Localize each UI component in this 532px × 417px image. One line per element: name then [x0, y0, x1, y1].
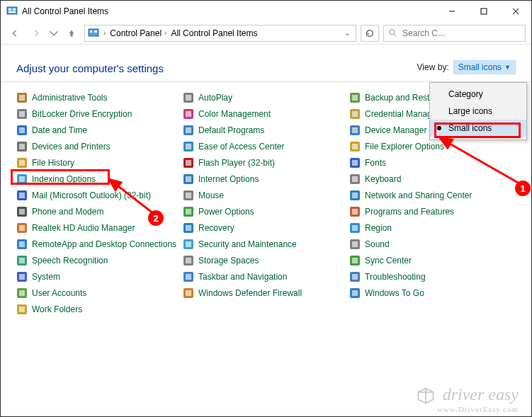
cp-item-label: Internet Options — [198, 174, 259, 184]
cp-item-label: Ease of Access Center — [198, 142, 284, 152]
maximize-button[interactable] — [468, 1, 499, 22]
cp-item-date-and-time[interactable]: Date and Time — [16, 125, 183, 136]
svg-rect-16 — [19, 111, 25, 117]
refresh-button[interactable] — [361, 25, 379, 42]
cp-item-label: AutoPlay — [198, 93, 232, 103]
cp-item-label: Work Folders — [32, 304, 82, 314]
cp-item-file-history[interactable]: File History — [16, 157, 183, 168]
svg-point-11 — [390, 29, 395, 34]
cp-item-work-folders[interactable]: Work Folders — [16, 304, 183, 315]
column-0: Administrative ToolsBitLocker Drive Encr… — [16, 92, 183, 315]
fonts-icon — [349, 157, 361, 168]
cp-item-devices-and-printers[interactable]: Devices and Printers — [16, 141, 183, 152]
cp-item-administrative-tools[interactable]: Administrative Tools — [16, 92, 183, 103]
cp-item-bitlocker-drive-encryption[interactable]: BitLocker Drive Encryption — [16, 108, 183, 120]
cp-item-windows-to-go[interactable]: Windows To Go — [349, 287, 516, 299]
cp-item-keyboard[interactable]: Keyboard — [349, 173, 516, 185]
mouse-icon — [183, 190, 194, 201]
cp-item-remoteapp-and-desktop-connections[interactable]: RemoteApp and Desktop Connections — [16, 239, 183, 250]
cp-item-taskbar-and-navigation[interactable]: Taskbar and Navigation — [183, 271, 349, 282]
cp-item-label: Troubleshooting — [365, 272, 426, 282]
svg-rect-54 — [186, 193, 191, 198]
dropdown-large-icons[interactable]: Large icons — [430, 103, 526, 120]
cp-item-security-and-maintenance[interactable]: Security and Maintenance — [183, 239, 349, 250]
cp-item-mail-microsoft-outlook-32-bit[interactable]: Mail (Microsoft Outlook) (32-bit) — [16, 190, 183, 201]
svg-rect-28 — [19, 209, 25, 215]
svg-rect-74 — [352, 144, 358, 149]
backup-icon — [349, 92, 361, 103]
svg-rect-72 — [352, 127, 358, 133]
minimize-button[interactable] — [436, 1, 468, 22]
default-icon — [183, 125, 194, 136]
cp-item-power-options[interactable]: Power Options — [183, 206, 349, 217]
cp-item-autoplay[interactable]: AutoPlay — [183, 92, 349, 103]
cp-item-internet-options[interactable]: Internet Options — [183, 173, 349, 185]
svg-rect-64 — [186, 274, 191, 280]
network-icon — [349, 190, 361, 201]
cp-item-windows-defender-firewall[interactable]: Windows Defender Firewall — [183, 287, 349, 299]
up-button[interactable] — [63, 25, 80, 42]
cp-item-default-programs[interactable]: Default Programs — [183, 125, 349, 136]
svg-rect-9 — [90, 30, 92, 33]
svg-rect-46 — [186, 127, 191, 133]
back-button[interactable] — [6, 25, 23, 42]
cp-item-phone-and-modem[interactable]: Phone and Modem — [16, 206, 183, 217]
dropdown-small-icons[interactable]: Small icons — [430, 120, 526, 137]
column-1: AutoPlayColor ManagementDefault Programs… — [183, 92, 349, 315]
cp-item-sync-center[interactable]: Sync Center — [349, 255, 516, 266]
cp-item-user-accounts[interactable]: User Accounts — [16, 287, 183, 299]
cp-item-label: Sound — [365, 239, 390, 249]
breadcrumb-all-items[interactable]: All Control Panel Items — [171, 28, 257, 38]
cp-item-speech-recognition[interactable]: Speech Recognition — [16, 255, 183, 266]
svg-rect-92 — [352, 290, 358, 296]
close-button[interactable] — [499, 1, 531, 22]
cp-item-label: Devices and Printers — [32, 142, 111, 152]
breadcrumb-control-panel[interactable]: Control Panel› — [110, 28, 168, 38]
cp-item-ease-of-access-center[interactable]: Ease of Access Center — [183, 141, 349, 152]
svg-rect-5 — [481, 8, 487, 14]
recovery-icon — [183, 222, 194, 234]
svg-rect-24 — [19, 176, 25, 182]
cp-item-indexing-options[interactable]: Indexing Options — [16, 173, 183, 185]
cp-item-label: User Accounts — [32, 288, 86, 298]
dropdown-category[interactable]: Category — [430, 86, 526, 103]
cp-item-storage-spaces[interactable]: Storage Spaces — [183, 255, 349, 266]
cp-item-recovery[interactable]: Recovery — [183, 222, 349, 234]
cp-item-mouse[interactable]: Mouse — [183, 190, 349, 201]
phone-icon — [16, 206, 28, 217]
cp-item-color-management[interactable]: Color Management — [183, 108, 349, 120]
watermark: driver easy www.DriverEasy.com — [416, 386, 519, 413]
cp-item-label: Sync Center — [365, 256, 412, 265]
cp-item-label: Security and Maintenance — [198, 239, 297, 249]
cp-item-label: Programs and Features — [365, 207, 454, 217]
cp-item-label: Region — [365, 223, 392, 233]
address-dropdown-icon[interactable]: ⌄ — [344, 29, 350, 37]
cp-item-troubleshooting[interactable]: Troubleshooting — [349, 271, 516, 282]
cp-item-region[interactable]: Region — [349, 222, 516, 234]
user-icon — [16, 287, 28, 299]
cp-item-network-and-sharing-center[interactable]: Network and Sharing Center — [349, 190, 516, 201]
view-by-dropdown: Category Large icons Small icons — [429, 82, 527, 140]
history-dropdown-icon[interactable] — [49, 25, 59, 42]
view-by-selector[interactable]: Small icons▼ — [453, 60, 516, 74]
address-bar[interactable]: › Control Panel› All Control Panel Items… — [84, 25, 356, 42]
cp-item-realtek-hd-audio-manager[interactable]: Realtek HD Audio Manager — [16, 222, 183, 234]
cp-item-flash-player-32-bit[interactable]: Flash Player (32-bit) — [183, 157, 349, 168]
svg-rect-18 — [19, 127, 25, 133]
togo-icon — [349, 287, 361, 299]
ease-icon — [183, 141, 194, 152]
svg-rect-22 — [19, 160, 25, 166]
cp-item-label: File Explorer Options — [365, 142, 444, 152]
cp-item-programs-and-features[interactable]: Programs and Features — [349, 206, 516, 217]
cp-item-label: System — [32, 272, 60, 282]
cp-item-file-explorer-options[interactable]: File Explorer Options — [349, 141, 516, 152]
cp-item-system[interactable]: System — [16, 271, 183, 282]
cp-item-sound[interactable]: Sound — [349, 239, 516, 250]
search-icon — [388, 28, 398, 38]
cp-item-fonts[interactable]: Fonts — [349, 157, 516, 168]
cp-item-label: Power Options — [198, 207, 254, 217]
forward-button[interactable] — [28, 25, 45, 42]
taskbar-icon — [183, 271, 194, 282]
search-input[interactable]: Search C... — [383, 25, 526, 42]
watermark-url: www.DriverEasy.com — [416, 406, 519, 413]
